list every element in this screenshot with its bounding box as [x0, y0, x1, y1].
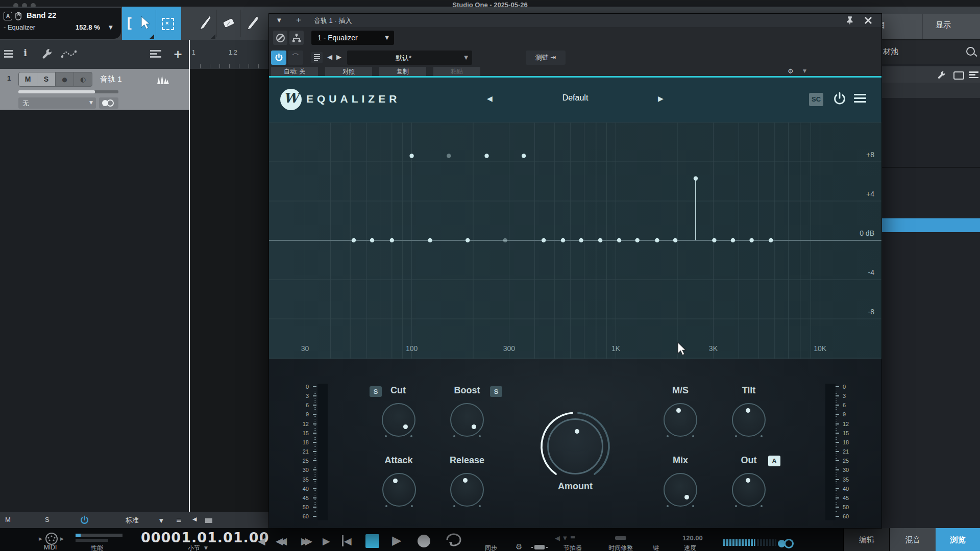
- footer-block-icon[interactable]: [205, 518, 212, 523]
- loop-icon[interactable]: [443, 532, 464, 547]
- cut-knob[interactable]: [376, 397, 422, 443]
- track-monitor-button[interactable]: ◐: [74, 72, 92, 87]
- footer-list-icon[interactable]: ≡: [176, 516, 182, 524]
- attack-knob[interactable]: [376, 467, 422, 513]
- pencil-tool-button[interactable]: [241, 7, 264, 40]
- routing-button[interactable]: [289, 31, 304, 45]
- plugin-power-button[interactable]: [271, 51, 286, 65]
- eq-band-node[interactable]: [428, 238, 432, 242]
- edit-view-button[interactable]: 编辑: [843, 528, 890, 551]
- track-volume-slider[interactable]: [18, 90, 118, 93]
- arrange-view[interactable]: [189, 69, 269, 512]
- ms-knob[interactable]: [657, 397, 703, 443]
- zoom-caret-icon[interactable]: ▼: [109, 24, 113, 30]
- eq-band-node[interactable]: [352, 238, 356, 242]
- insert-slot-select[interactable]: 1 - Equalizer ▼: [311, 31, 394, 45]
- eq-band-node[interactable]: [712, 238, 716, 242]
- tempo-value-clipped[interactable]: 120.00: [682, 534, 703, 542]
- footer-mute-button[interactable]: M: [5, 516, 11, 523]
- precount-icon[interactable]: [534, 545, 545, 549]
- close-icon[interactable]: [864, 16, 872, 24]
- footer-prev-icon[interactable]: ◀: [192, 516, 197, 522]
- time-unit-select[interactable]: 小节: [188, 544, 200, 551]
- play-button[interactable]: ▶: [392, 533, 401, 547]
- eq-band-node[interactable]: [561, 238, 565, 242]
- sidechain-button[interactable]: 测链 ⇥: [526, 51, 566, 65]
- range-bracket-icon[interactable]: [: [127, 15, 132, 31]
- eq-menu-icon[interactable]: [854, 94, 866, 104]
- browse-view-button[interactable]: 浏览: [936, 528, 980, 551]
- record-button[interactable]: [418, 535, 430, 547]
- eq-next-preset-icon[interactable]: ▶: [658, 94, 664, 103]
- add-insert-icon[interactable]: ＋: [295, 15, 303, 26]
- next-marker-button[interactable]: ▶: [323, 535, 330, 546]
- out-auto-badge[interactable]: A: [768, 456, 780, 466]
- track-pan-control[interactable]: [99, 97, 118, 109]
- wrench-icon[interactable]: [41, 47, 53, 60]
- eq-band-node[interactable]: [769, 238, 773, 242]
- performance-label[interactable]: 性能: [91, 544, 103, 551]
- eq-band-node[interactable]: [542, 238, 546, 242]
- footer-solo-button[interactable]: S: [45, 516, 50, 523]
- pool-list-icon[interactable]: [969, 71, 978, 78]
- pin-icon[interactable]: [846, 16, 854, 24]
- eq-band-node[interactable]: [370, 238, 374, 242]
- eq-band-node[interactable]: [484, 154, 488, 158]
- eq-band-node[interactable]: [409, 154, 413, 158]
- inspector-icon[interactable]: i: [23, 47, 27, 58]
- eq-sidechain-button[interactable]: SC: [809, 93, 823, 106]
- boost-solo-badge[interactable]: S: [490, 386, 502, 397]
- eq-prev-preset-icon[interactable]: ◀: [487, 94, 493, 103]
- amount-knob[interactable]: [537, 408, 614, 485]
- eq-band-node[interactable]: [598, 238, 602, 242]
- rewind-button[interactable]: ◀◀: [276, 535, 283, 546]
- footer-power-icon[interactable]: [80, 515, 89, 525]
- timestretch-button[interactable]: 时间修整: [608, 544, 633, 551]
- zoom-level[interactable]: 152.8 %: [76, 23, 100, 31]
- marquee-tool-icon[interactable]: ×: [162, 18, 174, 30]
- eq-band-node[interactable]: [617, 238, 621, 242]
- eq-band-node[interactable]: [447, 154, 451, 158]
- pool-wrench-icon[interactable]: [937, 70, 946, 80]
- track-solo-button[interactable]: S: [37, 72, 56, 87]
- next-preset-icon[interactable]: ▶: [336, 53, 341, 61]
- fast-forward-button[interactable]: ▶▶: [301, 535, 309, 546]
- prev-marker-button[interactable]: ◀: [258, 535, 265, 546]
- eq-band-node[interactable]: [749, 238, 753, 242]
- eq-band-node[interactable]: [635, 238, 639, 242]
- prev-preset-icon[interactable]: ◀: [327, 53, 332, 61]
- pool-selected-row[interactable]: [881, 218, 980, 232]
- track-input-select[interactable]: 无 ▼: [18, 97, 96, 109]
- copy-button[interactable]: 复制: [379, 67, 426, 76]
- cut-solo-badge[interactable]: S: [370, 386, 382, 397]
- track-mute-button[interactable]: M: [18, 72, 37, 87]
- track-layout-icon[interactable]: [150, 50, 161, 58]
- compare-button[interactable]: 对照: [325, 67, 372, 76]
- stop-button[interactable]: [365, 534, 379, 548]
- tab-display[interactable]: 显示: [936, 20, 951, 30]
- gear-icon[interactable]: ⚙: [516, 542, 522, 551]
- preset-select[interactable]: 默认* ▼: [347, 51, 472, 65]
- tilt-knob[interactable]: [726, 397, 772, 443]
- eraser-tool-button[interactable]: [217, 7, 240, 40]
- track-record-arm-button[interactable]: ●: [55, 72, 74, 87]
- sync-button[interactable]: 同步: [485, 544, 497, 551]
- time-unit-caret-icon[interactable]: ▼: [204, 545, 208, 550]
- boost-knob[interactable]: [444, 397, 490, 443]
- playhead-line[interactable]: [189, 40, 190, 512]
- eq-power-icon[interactable]: [833, 92, 846, 106]
- preset-list-button[interactable]: [311, 52, 323, 63]
- plugin-settings-caret-icon[interactable]: ▼: [803, 68, 806, 73]
- eq-band-node[interactable]: [465, 238, 470, 242]
- eq-band-node[interactable]: [673, 238, 677, 242]
- timeline-ruler[interactable]: 1 1.2: [189, 40, 269, 69]
- plugin-settings-gear-icon[interactable]: ⚙: [788, 67, 794, 75]
- arrow-tool-icon[interactable]: [138, 15, 152, 31]
- release-knob[interactable]: [444, 467, 490, 513]
- mix-view-button[interactable]: 混音: [889, 528, 936, 551]
- eq-band-node[interactable]: [731, 238, 735, 242]
- track-header[interactable]: 1 M S ● ◐ 音轨 1 无 ▼: [0, 69, 189, 110]
- eq-band-node[interactable]: [694, 177, 698, 181]
- eq-band-node[interactable]: [503, 238, 507, 242]
- eq-preset-name[interactable]: Default: [524, 93, 626, 103]
